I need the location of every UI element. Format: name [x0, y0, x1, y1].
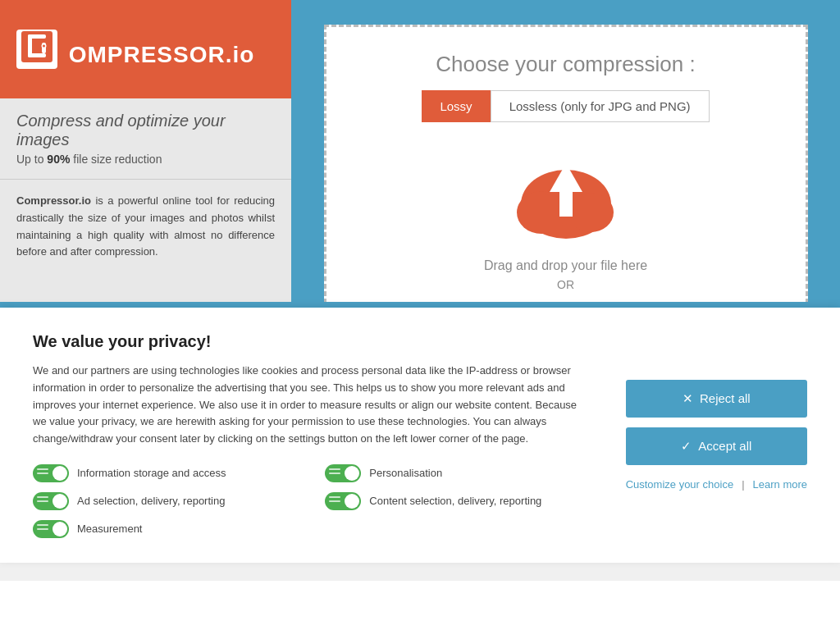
sidebar: OMPRESSOR.io Compress and optimize your …	[0, 0, 291, 308]
logo-svg	[21, 31, 52, 62]
logo-c-icon	[16, 30, 57, 69]
feature-item: Content selection, delivery, reporting	[325, 492, 592, 510]
feature-label: Content selection, delivery, reporting	[369, 495, 541, 507]
logo-area: OMPRESSOR.io	[0, 0, 291, 98]
compression-label: Choose your compression :	[436, 52, 695, 77]
toggle-thumb	[52, 466, 67, 481]
feature-label: Measurement	[77, 523, 142, 535]
toggle-track	[325, 492, 361, 510]
main-area: Choose your compression : Lossy Lossless…	[291, 0, 840, 308]
toggle-track	[33, 492, 69, 510]
reject-icon: ✕	[682, 391, 693, 406]
feature-label: Information storage and access	[77, 467, 226, 479]
toggle-ad-selection[interactable]	[33, 492, 69, 510]
toggle-track	[33, 520, 69, 538]
tagline-title: Compress and optimize your images	[16, 112, 275, 149]
feature-item: Ad selection, delivery, reporting	[33, 492, 300, 510]
privacy-content: We value your privacy! We and our partne…	[33, 332, 593, 538]
toggle-lines	[37, 496, 48, 502]
feature-item: Measurement	[33, 520, 300, 538]
upload-cloud-icon	[509, 147, 623, 245]
svg-point-6	[43, 45, 45, 48]
toggle-track	[325, 464, 361, 482]
svg-rect-3	[28, 53, 46, 57]
toggle-measurement[interactable]	[33, 520, 69, 538]
feature-item: Information storage and access	[33, 464, 300, 482]
tagline-percent: 90%	[47, 153, 70, 166]
privacy-features: Information storage and access Personali…	[33, 464, 593, 538]
toggle-lines	[37, 524, 48, 530]
brand-name: Compressor.io	[16, 194, 91, 207]
toggle-track	[33, 464, 69, 482]
app-container: OMPRESSOR.io Compress and optimize your …	[0, 0, 840, 308]
toggle-thumb	[345, 494, 359, 509]
privacy-body: We and our partners are using technologi…	[33, 363, 593, 448]
tagline-suffix: file size reduction	[70, 153, 162, 166]
accept-all-button[interactable]: ✓ Accept all	[626, 427, 807, 465]
privacy-actions: ✕ Reject all ✓ Accept all Customize your…	[626, 332, 807, 538]
compression-buttons: Lossy Lossless (only for JPG and PNG)	[422, 90, 709, 122]
toggle-thumb	[52, 522, 67, 536]
link-separator: |	[742, 478, 744, 491]
svg-point-8	[517, 191, 566, 234]
privacy-links: Customize your choice | Learn more	[626, 478, 807, 491]
toggle-lines	[329, 496, 340, 502]
drag-text: Drag and drop your file here	[484, 258, 647, 273]
reject-label: Reject all	[700, 391, 751, 405]
logo: OMPRESSOR.io	[16, 30, 254, 69]
toggle-content-selection[interactable]	[325, 492, 361, 510]
feature-label: Ad selection, delivery, reporting	[77, 495, 225, 507]
learn-more-link[interactable]: Learn more	[753, 478, 807, 491]
accept-label: Accept all	[698, 439, 751, 453]
reject-all-button[interactable]: ✕ Reject all	[626, 380, 807, 418]
accept-icon: ✓	[681, 439, 692, 454]
privacy-banner: We value your privacy! We and our partne…	[0, 308, 840, 563]
svg-rect-10	[559, 188, 573, 217]
logo-text-rest: OMPRESSOR.io	[69, 42, 255, 67]
feature-label: Personalisation	[369, 467, 442, 479]
toggle-personalisation[interactable]	[325, 464, 361, 482]
lossy-button[interactable]: Lossy	[422, 90, 490, 122]
description-area: Compressor.io is a powerful online tool …	[0, 180, 291, 274]
tagline-prefix: Up to	[16, 153, 47, 166]
lossless-button[interactable]: Lossless (only for JPG and PNG)	[491, 90, 710, 122]
svg-point-9	[568, 193, 614, 232]
privacy-title: We value your privacy!	[33, 332, 593, 351]
customize-choice-link[interactable]: Customize your choice	[626, 478, 734, 491]
bottom-area	[0, 581, 840, 630]
toggle-thumb	[345, 466, 359, 481]
or-text: OR	[557, 278, 574, 291]
upload-box[interactable]: Choose your compression : Lossy Lossless…	[324, 25, 808, 318]
toggle-lines	[329, 468, 340, 474]
toggle-lines	[37, 468, 48, 474]
tagline-subtitle: Up to 90% file size reduction	[16, 153, 275, 166]
feature-item: Personalisation	[325, 464, 592, 482]
toggle-information-storage[interactable]	[33, 464, 69, 482]
tagline-area: Compress and optimize your images Up to …	[0, 98, 291, 180]
toggle-thumb	[52, 494, 67, 509]
